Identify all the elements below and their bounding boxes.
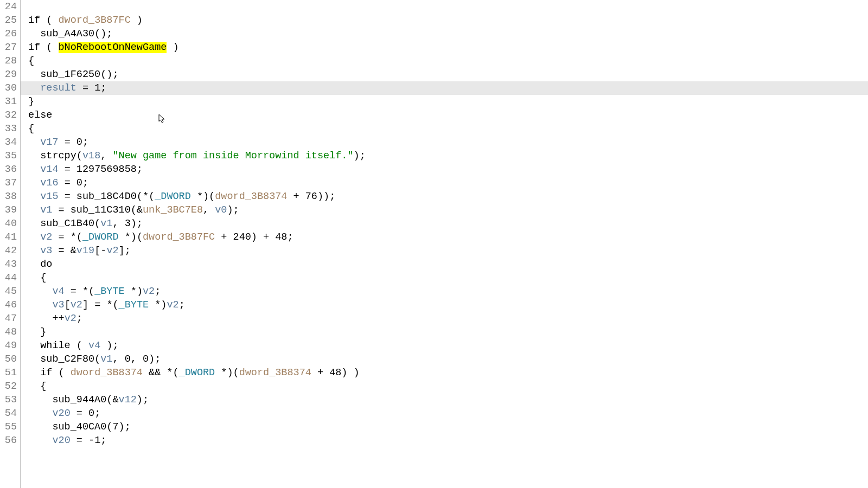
token-plain[interactable]: ++ <box>28 313 65 324</box>
code-line[interactable]: sub_A4A30(); <box>21 27 868 41</box>
code-line[interactable]: v17 = 0; <box>21 136 868 149</box>
token-plain[interactable] <box>28 245 40 256</box>
token-variable[interactable]: v20 <box>52 435 70 446</box>
code-line[interactable]: v15 = sub_18C4D0(*(_DWORD *)(dword_3B837… <box>21 190 868 203</box>
code-line[interactable] <box>21 0 868 14</box>
code-line[interactable]: v3 = &v19[-v2]; <box>21 244 868 258</box>
token-variable[interactable]: v3 <box>52 299 64 311</box>
token-variable[interactable]: v2 <box>71 299 82 311</box>
token-variable[interactable]: v16 <box>40 177 58 189</box>
token-variable[interactable]: v18 <box>82 150 100 162</box>
token-type[interactable]: _DWORD <box>179 367 215 378</box>
token-plain[interactable]: *) <box>149 299 167 311</box>
token-plain[interactable]: { <box>28 381 46 392</box>
token-plain[interactable]: sub_1F6250(); <box>28 69 119 80</box>
code-line[interactable]: result = 1; <box>21 81 868 95</box>
code-line[interactable]: { <box>21 122 868 136</box>
token-globalvar[interactable]: dword_3B8374 <box>215 191 287 202</box>
token-variable[interactable]: v2 <box>143 286 155 297</box>
token-plain[interactable]: ) <box>167 42 178 53</box>
token-plain[interactable]: if ( <box>28 367 71 378</box>
token-variable[interactable]: result <box>40 82 76 94</box>
token-globalvar[interactable]: dword_3B8374 <box>239 367 311 378</box>
code-line[interactable]: v4 = *(_BYTE *)v2; <box>21 285 868 298</box>
token-plain[interactable] <box>28 286 52 297</box>
code-line[interactable]: { <box>21 54 868 68</box>
token-plain[interactable]: , 3); <box>112 218 143 229</box>
token-plain[interactable]: sub_A4A30(); <box>28 28 112 40</box>
token-plain[interactable]: ); <box>354 150 366 162</box>
decompiler-view[interactable]: 2425262728293031323334353637383940414243… <box>0 0 868 488</box>
token-plain[interactable]: , <box>203 204 215 216</box>
code-line[interactable]: sub_C1B40(v1, 3); <box>21 217 868 230</box>
code-line[interactable]: v1 = sub_11C310(&unk_3BC7E8, v0); <box>21 203 868 217</box>
token-variable[interactable]: v17 <box>40 137 58 148</box>
token-plain[interactable]: + 76)); <box>287 191 335 202</box>
token-variable[interactable]: v2 <box>40 232 52 243</box>
token-plain[interactable]: = 0; <box>71 408 101 419</box>
code-area[interactable]: if ( dword_3B87FC ) sub_A4A30();if ( bNo… <box>21 0 868 488</box>
token-plain[interactable]: else <box>28 110 52 121</box>
code-line[interactable]: { <box>21 380 868 393</box>
token-plain[interactable]: } <box>28 326 46 338</box>
token-plain[interactable]: = sub_11C310(& <box>52 204 143 216</box>
code-line[interactable]: strcpy(v18, "New game from inside Morrow… <box>21 149 868 163</box>
token-plain[interactable] <box>28 435 52 446</box>
token-variable[interactable]: v4 <box>52 286 64 297</box>
token-variable[interactable]: v4 <box>88 340 100 351</box>
token-globalvar[interactable]: dword_3B87FC <box>59 15 131 26</box>
token-plain[interactable]: { <box>28 123 34 134</box>
token-plain[interactable]: = sub_18C4D0(*( <box>59 191 155 202</box>
token-string[interactable]: "New game from inside Morrowind itself." <box>112 150 353 162</box>
code-line[interactable]: do <box>21 258 868 271</box>
token-plain[interactable]: ; <box>155 286 161 297</box>
token-plain[interactable]: { <box>28 55 34 67</box>
token-plain[interactable]: sub_40CA0(7); <box>28 421 131 433</box>
token-variable[interactable]: v20 <box>52 408 70 419</box>
token-plain[interactable]: do <box>28 259 52 270</box>
token-plain[interactable] <box>28 137 40 148</box>
token-variable[interactable]: v15 <box>40 191 58 202</box>
token-plain[interactable]: sub_944A0(& <box>28 394 119 406</box>
token-plain[interactable] <box>28 408 52 419</box>
token-type[interactable]: _DWORD <box>155 191 191 202</box>
token-plain[interactable] <box>28 204 40 216</box>
token-plain[interactable]: = *( <box>52 232 82 243</box>
token-type[interactable]: _BYTE <box>94 286 125 297</box>
token-plain[interactable]: ; <box>179 299 185 311</box>
token-plain[interactable]: = 0; <box>59 137 89 148</box>
token-plain[interactable]: , <box>100 150 112 162</box>
token-plain[interactable]: [ <box>65 299 71 311</box>
token-plain[interactable]: = & <box>52 245 76 256</box>
token-plain[interactable]: [- <box>94 245 106 256</box>
token-plain[interactable] <box>28 299 52 311</box>
token-plain[interactable]: = *( <box>65 286 95 297</box>
token-plain[interactable] <box>28 232 40 243</box>
code-line[interactable]: v20 = 0; <box>21 407 868 420</box>
token-plain[interactable]: *)( <box>119 232 143 243</box>
token-type[interactable]: _DWORD <box>82 232 119 243</box>
token-plain[interactable]: *) <box>125 286 143 297</box>
token-plain[interactable] <box>28 82 40 94</box>
code-line[interactable]: sub_40CA0(7); <box>21 420 868 434</box>
token-plain[interactable]: + 240) + 48; <box>215 232 293 243</box>
code-line[interactable]: sub_1F6250(); <box>21 68 868 81</box>
token-variable[interactable]: v2 <box>167 299 178 311</box>
token-plain[interactable]: } <box>28 96 34 107</box>
code-line[interactable]: v16 = 0; <box>21 176 868 190</box>
token-plain[interactable]: if ( <box>28 42 59 53</box>
code-line[interactable]: sub_C2F80(v1, 0, 0); <box>21 352 868 366</box>
code-line[interactable]: else <box>21 108 868 122</box>
token-plain[interactable]: sub_C2F80( <box>28 354 100 365</box>
token-plain[interactable] <box>28 191 40 202</box>
code-line[interactable]: if ( bNoRebootOnNewGame ) <box>21 41 868 54</box>
token-plain[interactable]: = 1; <box>76 82 107 94</box>
code-line[interactable]: if ( dword_3B8374 && *(_DWORD *)(dword_3… <box>21 366 868 380</box>
code-line[interactable]: } <box>21 95 868 108</box>
code-line[interactable]: sub_944A0(&v12); <box>21 393 868 407</box>
token-variable[interactable]: v1 <box>100 218 112 229</box>
token-plain[interactable]: strcpy( <box>28 150 82 162</box>
token-variable[interactable]: v1 <box>40 204 52 216</box>
token-globalvar[interactable]: unk_3BC7E8 <box>143 204 203 216</box>
token-plain[interactable]: ] = *( <box>82 299 119 311</box>
